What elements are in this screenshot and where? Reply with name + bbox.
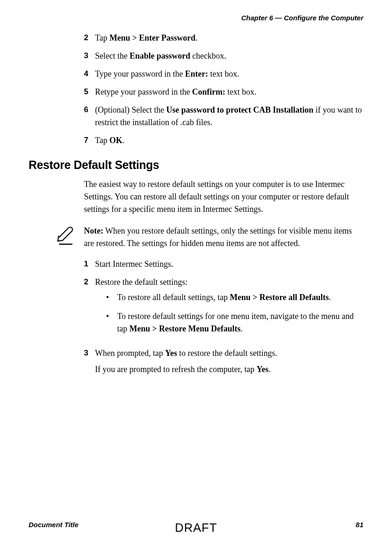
step-text-bold: OK — [109, 136, 122, 145]
step-text-post: . — [122, 136, 125, 145]
step-3: 3 Select the Enable password checkbox. — [84, 50, 363, 62]
page-number: 81 — [356, 521, 363, 529]
running-header: Chapter 6 — Configure the Computer — [29, 14, 363, 22]
step-text-post: text box. — [208, 69, 239, 78]
page-footer: Document Title DRAFT 81 — [29, 521, 363, 529]
step-text-bold: Menu > Enter Password — [109, 33, 195, 42]
note-block: Note: When you restore default settings,… — [29, 225, 363, 250]
draft-watermark: DRAFT — [175, 521, 217, 535]
step-text-pre: When prompted, tap — [95, 349, 165, 358]
followup-pre: If you are prompted to refresh the compu… — [95, 365, 256, 374]
pencil-note-icon — [56, 226, 78, 250]
step-number: 5 — [84, 86, 95, 98]
step-text-post: checkbox. — [190, 51, 226, 60]
bullet-bold: Menu > Restore all Defaults — [230, 293, 329, 302]
step-text-pre: Tap — [95, 136, 109, 145]
section-intro: The easiest way to restore default setti… — [29, 178, 363, 216]
step-text-pre: (Optional) Select the — [95, 105, 166, 114]
note-label: Note: — [84, 226, 103, 235]
step-text-bold: Yes — [165, 349, 177, 358]
step-text-post: text box. — [225, 87, 256, 96]
bullet-post: . — [240, 324, 243, 333]
step-2: 2 Tap Menu > Enter Password. — [84, 32, 363, 44]
step-body: (Optional) Select the Use password to pr… — [95, 104, 363, 129]
step-number: 3 — [84, 50, 95, 62]
step-text-pre: Type your password in the — [95, 69, 185, 78]
step-6: 6 (Optional) Select the Use password to … — [84, 104, 363, 129]
step-7: 7 Tap OK. — [84, 134, 363, 147]
bullet-post: . — [329, 293, 331, 302]
step-body: Restore the default settings: • To resto… — [95, 276, 363, 342]
step-5: 5 Retype your password in the Confirm: t… — [84, 86, 363, 98]
footer-doc-title: Document Title — [29, 521, 78, 529]
bullet-body: To restore all default settings, tap Men… — [117, 291, 363, 304]
bullet-pre: To restore all default settings, tap — [117, 293, 230, 302]
step-number: 2 — [84, 32, 95, 44]
step-text-bold: Enter: — [185, 69, 208, 78]
followup-bold: Yes — [256, 365, 268, 374]
bullet-mark: • — [106, 310, 117, 335]
step-body: Tap Menu > Enter Password. — [95, 32, 363, 44]
step-text-bold: Confirm: — [192, 87, 225, 96]
bullet-item: • To restore default settings for one me… — [95, 310, 363, 335]
step-text: Restore the default settings: — [95, 276, 363, 289]
step-body: When prompted, tap Yes to restore the de… — [95, 347, 363, 376]
bullet-bold: Menu > Restore Menu Defaults — [130, 324, 241, 333]
note-text: Note: When you restore default settings,… — [84, 225, 363, 250]
step-r3: 3 When prompted, tap Yes to restore the … — [84, 347, 363, 376]
step-number: 2 — [84, 276, 95, 342]
step-text-post: . — [196, 33, 198, 42]
bullet-item: • To restore all default settings, tap M… — [95, 291, 363, 304]
step-text-pre: Select the — [95, 51, 130, 60]
step-number: 7 — [84, 134, 95, 147]
step-text-post: to restore the default settings. — [177, 349, 277, 358]
step-body: Retype your password in the Confirm: tex… — [95, 86, 363, 98]
step-text-pre: Retype your password in the — [95, 87, 192, 96]
step-body: Type your password in the Enter: text bo… — [95, 68, 363, 80]
step-body: Start Intermec Settings. — [95, 258, 363, 270]
step-text-bold: Use password to protect CAB Installation — [166, 105, 313, 114]
step-number: 6 — [84, 104, 95, 129]
step-text-bold: Enable password — [130, 51, 190, 60]
bullet-mark: • — [106, 291, 117, 304]
bullet-body: To restore default settings for one menu… — [117, 310, 363, 335]
note-body: When you restore default settings, only … — [84, 226, 352, 248]
step-number: 4 — [84, 68, 95, 80]
step-r2: 2 Restore the default settings: • To res… — [84, 276, 363, 342]
section-heading-restore: Restore Default Settings — [29, 158, 363, 172]
step-body: Select the Enable password checkbox. — [95, 50, 363, 62]
step-number: 1 — [84, 258, 95, 270]
followup-post: . — [268, 365, 271, 374]
step-number: 3 — [84, 347, 95, 376]
step-text-pre: Tap — [95, 33, 109, 42]
step-r1: 1 Start Intermec Settings. — [84, 258, 363, 270]
step-4: 4 Type your password in the Enter: text … — [84, 68, 363, 80]
step-body: Tap OK. — [95, 134, 363, 147]
